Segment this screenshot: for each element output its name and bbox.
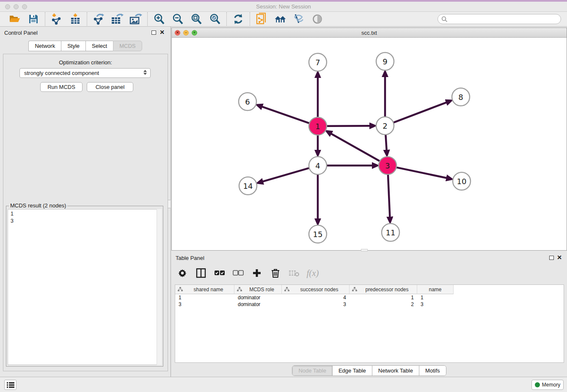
memory-button[interactable]: Memory bbox=[531, 380, 564, 390]
open-session-icon[interactable] bbox=[8, 13, 21, 25]
optimization-criterion-select[interactable]: strongly connected component bbox=[19, 68, 151, 78]
table-row[interactable]: 3dominator323 bbox=[175, 301, 564, 308]
edge-1-2[interactable] bbox=[327, 126, 370, 126]
table-panel-title: Table Panel bbox=[176, 255, 204, 261]
node-label-9: 9 bbox=[383, 57, 387, 66]
tab-mcds[interactable]: MCDS bbox=[113, 41, 142, 51]
table-row[interactable]: 1dominator411 bbox=[175, 294, 564, 301]
cell-MCDS-role[interactable]: dominator bbox=[234, 294, 282, 301]
close-panel-button[interactable]: Close panel bbox=[87, 82, 133, 92]
edge-4-14[interactable] bbox=[263, 168, 309, 182]
zoom-in-icon[interactable] bbox=[153, 13, 165, 25]
vertical-splitter-grip[interactable] bbox=[168, 200, 171, 208]
function-builder-icon[interactable]: f(x) bbox=[307, 267, 319, 279]
close-table-panel-icon[interactable]: ✕ bbox=[557, 254, 562, 261]
float-panel-icon[interactable] bbox=[151, 30, 156, 35]
import-network-icon[interactable] bbox=[50, 13, 63, 25]
edge-1-6[interactable] bbox=[262, 107, 309, 123]
node-label-1: 1 bbox=[315, 122, 320, 131]
search-icon bbox=[441, 16, 448, 22]
cell-predecessor-nodes[interactable]: 2 bbox=[350, 301, 417, 308]
column-settings-gear-icon[interactable] bbox=[176, 267, 188, 279]
export-image-icon[interactable] bbox=[129, 13, 142, 25]
node-label-4: 4 bbox=[315, 161, 320, 170]
window-title: Session: New Session bbox=[0, 3, 567, 10]
cell-shared-name[interactable]: 3 bbox=[175, 301, 234, 308]
horizontal-splitter-grip[interactable] bbox=[361, 249, 368, 251]
node-table[interactable]: shared nameMCDS rolesuccessor nodesprede… bbox=[175, 284, 564, 363]
edge-3-10[interactable] bbox=[396, 167, 447, 178]
delete-column-trash-icon[interactable] bbox=[270, 267, 281, 279]
column-header-name[interactable]: name bbox=[417, 285, 454, 294]
control-panel-tabs: Network Style Select MCDS bbox=[0, 41, 171, 51]
node-label-6: 6 bbox=[245, 97, 250, 106]
cell-shared-name[interactable]: 1 bbox=[175, 294, 234, 301]
column-header-MCDS-role[interactable]: MCDS role bbox=[234, 285, 282, 294]
new-network-from-selection-icon[interactable] bbox=[255, 13, 268, 25]
table-body: 1dominator4113dominator323 bbox=[175, 294, 564, 308]
search-field[interactable] bbox=[450, 16, 557, 22]
select-chevrons-icon bbox=[143, 70, 147, 75]
edge-2-8[interactable] bbox=[394, 102, 447, 123]
edge-2-3[interactable] bbox=[385, 135, 386, 150]
optimization-criterion-label: Optimization criterion: bbox=[3, 59, 168, 66]
column-type-icon bbox=[284, 287, 289, 292]
import-table-icon[interactable] bbox=[69, 13, 82, 25]
task-history-button[interactable] bbox=[4, 380, 17, 390]
edge-3-11[interactable] bbox=[388, 174, 390, 217]
network-graph[interactable]: 7968124314101511 bbox=[172, 38, 567, 250]
zoom-selected-icon[interactable] bbox=[209, 13, 221, 25]
deselect-all-checkboxes-icon[interactable] bbox=[232, 267, 244, 279]
close-panel-icon[interactable]: ✕ bbox=[160, 29, 165, 36]
column-header-successor-nodes[interactable]: successor nodes bbox=[282, 285, 350, 294]
cell-name[interactable]: 3 bbox=[417, 301, 454, 308]
tab-edge-table[interactable]: Edge Table bbox=[333, 366, 372, 375]
add-column-icon[interactable] bbox=[251, 267, 263, 279]
tab-motifs[interactable]: Motifs bbox=[419, 366, 446, 375]
table-tabs: Node Table Edge Table Network Table Moti… bbox=[171, 365, 567, 376]
export-network-icon[interactable] bbox=[92, 13, 105, 25]
main-toolbar bbox=[0, 12, 567, 27]
search-input[interactable] bbox=[438, 14, 561, 24]
mcds-result-text[interactable]: 1 3 bbox=[8, 209, 162, 365]
mcds-result-scrollbar[interactable] bbox=[157, 209, 162, 365]
first-neighbors-icon[interactable] bbox=[274, 13, 286, 25]
tab-node-table[interactable]: Node Table bbox=[292, 366, 333, 375]
cell-successor-nodes[interactable]: 3 bbox=[282, 301, 350, 308]
show-column-panel-icon[interactable] bbox=[195, 267, 207, 279]
node-label-3: 3 bbox=[385, 161, 390, 170]
tab-network-table[interactable]: Network Table bbox=[372, 366, 419, 375]
cell-successor-nodes[interactable]: 4 bbox=[282, 294, 350, 301]
cell-MCDS-role[interactable]: dominator bbox=[234, 301, 282, 308]
memory-label: Memory bbox=[542, 382, 560, 388]
tab-style[interactable]: Style bbox=[61, 41, 85, 51]
hide-selection-icon[interactable] bbox=[292, 13, 305, 25]
memory-status-icon bbox=[535, 382, 540, 387]
task-list-icon bbox=[7, 382, 14, 388]
tab-network[interactable]: Network bbox=[28, 41, 61, 51]
network-window-title: scc.txt bbox=[172, 30, 567, 36]
node-label-8: 8 bbox=[458, 93, 463, 102]
fx-label: f(x) bbox=[306, 268, 319, 279]
zoom-fit-icon[interactable] bbox=[190, 13, 203, 25]
delete-table-icon[interactable] bbox=[288, 267, 300, 279]
select-all-checkboxes-icon[interactable] bbox=[214, 267, 226, 279]
column-type-icon bbox=[352, 287, 357, 292]
export-table-icon[interactable] bbox=[111, 13, 124, 25]
zoom-out-icon[interactable] bbox=[171, 13, 184, 25]
tab-select[interactable]: Select bbox=[85, 41, 113, 51]
save-session-icon[interactable] bbox=[27, 13, 40, 25]
cell-predecessor-nodes[interactable]: 1 bbox=[350, 294, 417, 301]
edge-3-1[interactable] bbox=[331, 134, 380, 161]
cell-name[interactable]: 1 bbox=[417, 294, 454, 301]
node-label-15: 15 bbox=[313, 230, 323, 239]
refresh-layout-icon[interactable] bbox=[232, 13, 245, 25]
show-graphics-details-icon[interactable] bbox=[311, 13, 324, 25]
column-header-shared-name[interactable]: shared name bbox=[175, 285, 234, 294]
float-table-panel-icon[interactable] bbox=[549, 256, 554, 260]
run-mcds-button[interactable]: Run MCDS bbox=[40, 82, 83, 92]
network-window-titlebar[interactable]: ✕ − + scc.txt bbox=[172, 28, 567, 38]
node-label-2: 2 bbox=[383, 121, 387, 130]
network-canvas[interactable]: 7968124314101511 bbox=[172, 38, 567, 250]
column-header-predecessor-nodes[interactable]: predecessor nodes bbox=[350, 285, 417, 294]
